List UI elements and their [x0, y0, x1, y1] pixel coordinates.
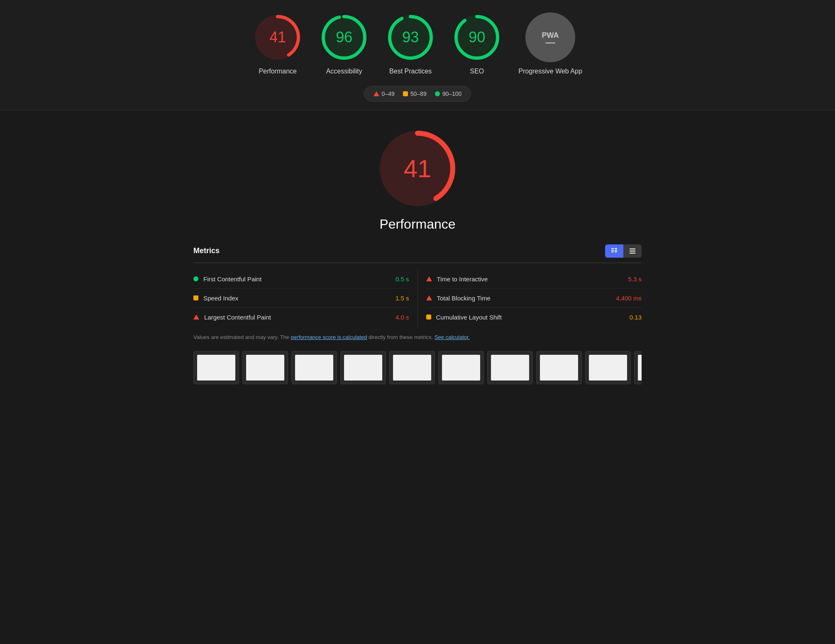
legend-triangle-icon: [374, 91, 379, 96]
main-performance-section: 41 Performance Metrics: [168, 110, 667, 397]
tti-value: 5.3 s: [628, 276, 642, 283]
note-link-see-calculator[interactable]: See calculator.: [435, 334, 470, 340]
score-item-best-practices: 93 Best Practices: [386, 12, 435, 76]
big-performance-circle: 41: [376, 127, 459, 210]
fcp-value: 0.5 s: [396, 276, 409, 283]
green-dot-icon: [193, 276, 198, 281]
orange-square-icon-cls: [426, 315, 431, 320]
thumbnails-row: [193, 351, 642, 384]
note-link-calculator[interactable]: performance score is calculated: [291, 334, 367, 340]
speed-index-value: 1.5 s: [396, 295, 409, 302]
orange-square-icon: [193, 295, 198, 300]
best-practices-label: Best Practices: [389, 67, 432, 76]
svg-rect-15: [615, 251, 617, 252]
metrics-left-col: First Contentful Paint 0.5 s Speed Index…: [193, 270, 418, 327]
note-pre: Values are estimated and may vary. The: [193, 334, 291, 340]
lcp-name: Largest Contentful Paint: [204, 314, 396, 321]
note-mid: directly from these metrics.: [367, 334, 435, 340]
list-view-button[interactable]: [623, 244, 642, 258]
legend-range-low: 0–49: [382, 90, 395, 97]
score-item-pwa: PWA Progressive Web App: [518, 12, 582, 76]
view-toggle[interactable]: [605, 244, 642, 258]
fcp-name: First Contentful Paint: [203, 276, 396, 283]
seo-circle: 90: [452, 12, 502, 62]
pwa-circle: PWA: [525, 12, 575, 62]
big-performance-score: 41: [404, 154, 432, 183]
tbt-value: 4,400 ms: [616, 295, 642, 302]
tti-name: Time to Interactive: [437, 276, 628, 283]
pwa-text: PWA: [542, 31, 559, 40]
metrics-right-col: Time to Interactive 5.3 s Total Blocking…: [418, 270, 642, 327]
metric-fcp: First Contentful Paint 0.5 s: [193, 270, 409, 289]
metric-tti: Time to Interactive 5.3 s: [426, 270, 642, 289]
lcp-icon: [193, 315, 199, 320]
metrics-divider: [193, 263, 642, 263]
thumbnail-5: [389, 351, 435, 384]
thumbnail-1: [193, 351, 239, 384]
legend-item-mid: 50–89: [403, 90, 427, 97]
metrics-section: Metrics: [193, 244, 642, 342]
performance-circle: 41: [253, 12, 303, 62]
metric-cls: Cumulative Layout Shift 0.13: [426, 308, 642, 327]
accessibility-circle: 96: [319, 12, 369, 62]
speed-index-name: Speed Index: [203, 295, 396, 302]
red-triangle-icon-tbt: [426, 295, 432, 300]
thumbnail-3: [291, 351, 337, 384]
legend-item-high: 90–100: [435, 90, 462, 97]
speed-index-icon: [193, 295, 198, 300]
thumbnail-7: [487, 351, 533, 384]
tbt-icon: [426, 295, 432, 300]
best-practices-circle: 93: [386, 12, 435, 62]
thumbnail-10: [634, 351, 642, 384]
legend-range-high: 90–100: [442, 90, 462, 97]
score-item-accessibility: 96 Accessibility: [319, 12, 369, 76]
performance-label: Performance: [259, 67, 297, 76]
cls-icon: [426, 315, 431, 320]
thumbnail-8: [536, 351, 582, 384]
cls-value: 0.13: [630, 314, 642, 321]
seo-label: SEO: [470, 67, 484, 76]
fcp-icon: [193, 276, 198, 281]
red-triangle-icon: [193, 315, 199, 320]
svg-rect-17: [630, 251, 635, 251]
svg-rect-16: [630, 249, 635, 249]
svg-rect-11: [611, 250, 614, 251]
thumbnail-6: [438, 351, 484, 384]
svg-rect-12: [611, 251, 614, 252]
metrics-header: Metrics: [193, 244, 642, 258]
metrics-note: Values are estimated and may vary. The p…: [193, 333, 642, 342]
metrics-title: Metrics: [193, 246, 220, 255]
scores-row: 41 Performance 96 Accessibility: [253, 12, 582, 76]
thumbnail-2: [242, 351, 288, 384]
svg-rect-18: [630, 253, 635, 254]
thumbnail-9: [585, 351, 631, 384]
lcp-value: 4.0 s: [396, 314, 409, 321]
legend-dot-icon: [435, 91, 440, 96]
best-practices-score: 93: [402, 29, 419, 46]
metrics-grid: First Contentful Paint 0.5 s Speed Index…: [193, 270, 642, 327]
svg-rect-14: [615, 250, 617, 251]
red-triangle-icon-tti: [426, 276, 432, 281]
cls-name: Cumulative Layout Shift: [436, 314, 630, 321]
top-section: 41 Performance 96 Accessibility: [0, 0, 835, 110]
accessibility-score: 96: [336, 29, 352, 46]
big-score-container: 41 Performance: [193, 127, 642, 232]
pwa-label: Progressive Web App: [518, 67, 582, 76]
performance-score: 41: [269, 29, 286, 46]
score-item-performance: 41 Performance: [253, 12, 303, 76]
score-item-seo: 90 SEO: [452, 12, 502, 76]
tbt-name: Total Blocking Time: [437, 295, 616, 302]
seo-score: 90: [469, 29, 485, 46]
metric-lcp: Largest Contentful Paint 4.0 s: [193, 308, 409, 327]
grid-view-button[interactable]: [605, 244, 623, 258]
svg-rect-13: [615, 248, 617, 249]
metric-tbt: Total Blocking Time 4,400 ms: [426, 289, 642, 308]
metric-speed-index: Speed Index 1.5 s: [193, 289, 409, 308]
thumbnail-4: [340, 351, 386, 384]
legend-item-low: 0–49: [374, 90, 395, 97]
tti-icon: [426, 276, 432, 281]
svg-rect-10: [611, 248, 614, 249]
legend: 0–49 50–89 90–100: [364, 86, 471, 102]
legend-range-mid: 50–89: [410, 90, 427, 97]
legend-square-icon: [403, 91, 408, 96]
